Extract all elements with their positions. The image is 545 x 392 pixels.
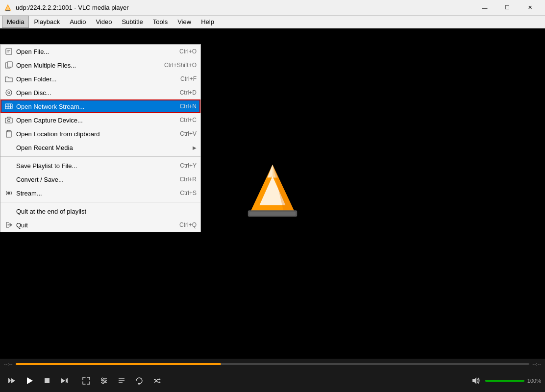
open-network-item[interactable]: Open Network Stream... Ctrl+N (0, 99, 200, 113)
submenu-arrow-icon: ▶ (193, 145, 197, 150)
open-disc-icon (4, 88, 13, 97)
volume-track[interactable] (485, 380, 524, 382)
title-bar-left: udp:/224.2.2.2:1001 - VLC media player (4, 4, 129, 12)
stream-item[interactable]: Stream... Ctrl+S (0, 186, 200, 200)
svg-rect-22 (249, 212, 296, 216)
menu-bar: Media Playback Audio Video Subtitle Tool… (0, 16, 545, 28)
extended-settings-button[interactable] (96, 373, 112, 389)
svg-point-16 (7, 192, 10, 195)
progress-bar-area: --:-- --:-- (0, 359, 545, 369)
svg-rect-12 (5, 118, 12, 123)
convert-save-item[interactable]: Convert / Save... Ctrl+R (0, 172, 200, 186)
close-button[interactable]: ✕ (519, 0, 541, 16)
open-network-icon (4, 102, 13, 111)
stream-shortcut: Ctrl+S (170, 190, 197, 196)
media-dropdown: Open File... Ctrl+O Open Multiple Files.… (0, 44, 201, 232)
open-disc-shortcut: Ctrl+D (170, 89, 197, 96)
open-folder-icon (4, 74, 13, 83)
volume-fill (485, 380, 524, 382)
quit-label: Quit (16, 221, 170, 229)
controls-bar: 100% (0, 369, 545, 392)
minimize-button[interactable]: — (473, 0, 496, 16)
volume-icon-button[interactable] (468, 373, 483, 389)
svg-marker-27 (27, 377, 33, 384)
open-recent-item[interactable]: Open Recent Media ▶ (0, 141, 200, 154)
open-file-label: Open File... (16, 48, 170, 55)
loop-button[interactable] (131, 373, 147, 389)
stop-button[interactable] (39, 373, 55, 389)
menu-item-video[interactable]: Video (91, 16, 117, 28)
svg-point-13 (8, 120, 10, 122)
save-playlist-shortcut: Ctrl+Y (170, 162, 197, 169)
svg-marker-29 (61, 378, 65, 383)
svg-point-35 (101, 378, 103, 380)
maximize-button[interactable]: ☐ (496, 0, 519, 16)
open-capture-shortcut: Ctrl+C (170, 117, 197, 123)
menu-item-view[interactable]: View (173, 16, 196, 28)
open-file-icon (4, 47, 13, 56)
quit-icon (4, 220, 13, 229)
volume-area: 100% (468, 373, 541, 389)
open-file-item[interactable]: Open File... Ctrl+O (0, 45, 200, 58)
time-remaining: --:-- (532, 361, 541, 367)
separator-1 (0, 156, 200, 157)
svg-marker-43 (159, 381, 161, 383)
app-icon (4, 4, 12, 12)
open-folder-shortcut: Ctrl+F (171, 75, 197, 82)
window-title: udp:/224.2.2.2:1001 - VLC media player (16, 4, 129, 11)
open-multiple-item[interactable]: Open Multiple Files... Ctrl+Shift+O (0, 58, 200, 72)
svg-rect-25 (8, 378, 9, 383)
window-controls: — ☐ ✕ (473, 0, 541, 16)
svg-marker-42 (159, 378, 161, 380)
open-capture-item[interactable]: Open Capture Device... Ctrl+C (0, 113, 200, 127)
progress-fill (16, 363, 221, 365)
save-playlist-item[interactable]: Save Playlist to File... Ctrl+Y (0, 159, 200, 172)
quit-shortcut: Ctrl+Q (170, 221, 197, 228)
svg-rect-28 (45, 378, 50, 383)
menu-item-subtitle[interactable]: Subtitle (117, 16, 148, 28)
prev-button[interactable] (4, 373, 20, 389)
quit-end-label: Quit at the end of playlist (16, 208, 197, 215)
separator-2 (0, 202, 200, 202)
open-folder-label: Open Folder... (16, 75, 171, 83)
menu-item-tools[interactable]: Tools (148, 16, 173, 28)
fullscreen-button[interactable] (78, 373, 94, 389)
playlist-button[interactable] (114, 373, 129, 389)
convert-save-shortcut: Ctrl+R (170, 176, 197, 183)
vlc-logo (243, 162, 302, 225)
play-button[interactable] (22, 373, 37, 389)
stream-icon (4, 189, 13, 197)
random-button[interactable] (149, 373, 165, 389)
svg-rect-2 (5, 10, 10, 11)
next-button[interactable] (57, 373, 73, 389)
open-multiple-label: Open Multiple Files... (16, 62, 154, 69)
open-clipboard-item[interactable]: Open Location from clipboard Ctrl+V (0, 127, 200, 141)
menu-item-playback[interactable]: Playback (29, 16, 65, 28)
quit-item[interactable]: Quit Ctrl+Q (0, 218, 200, 232)
stream-label: Stream... (16, 190, 170, 197)
menu-item-audio[interactable]: Audio (65, 16, 91, 28)
open-disc-item[interactable]: Open Disc... Ctrl+D (0, 86, 200, 99)
svg-rect-3 (6, 49, 12, 54)
open-capture-label: Open Capture Device... (16, 117, 170, 124)
svg-point-37 (102, 382, 104, 384)
open-clipboard-shortcut: Ctrl+V (170, 130, 197, 137)
open-folder-item[interactable]: Open Folder... Ctrl+F (0, 72, 200, 86)
volume-percentage: 100% (527, 378, 541, 384)
open-file-shortcut: Ctrl+O (170, 48, 197, 55)
open-network-shortcut: Ctrl+N (170, 103, 197, 110)
convert-save-label: Convert / Save... (16, 176, 170, 183)
menu-item-media[interactable]: Media (2, 16, 29, 28)
open-multiple-shortcut: Ctrl+Shift+O (154, 62, 197, 69)
svg-point-8 (6, 90, 12, 96)
svg-point-36 (104, 380, 106, 382)
time-elapsed: --:-- (4, 361, 13, 367)
progress-track[interactable] (16, 363, 530, 365)
open-clipboard-label: Open Location from clipboard (16, 130, 170, 138)
menu-item-help[interactable]: Help (196, 16, 219, 28)
open-disc-label: Open Disc... (16, 89, 170, 97)
title-bar: udp:/224.2.2.2:1001 - VLC media player —… (0, 0, 545, 16)
quit-end-item[interactable]: Quit at the end of playlist (0, 204, 200, 218)
open-multiple-icon (4, 61, 13, 70)
svg-point-9 (8, 92, 10, 94)
